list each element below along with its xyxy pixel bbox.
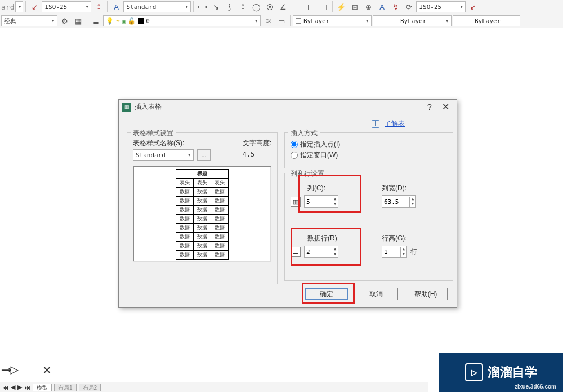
dim-icon[interactable]: ↙ xyxy=(28,1,41,13)
learn-more-link[interactable]: 了解表 xyxy=(385,119,405,127)
cols-input[interactable]: ▲▼ xyxy=(304,195,338,208)
insert-method-group: 插入方式 指定插入点(I) 指定窗口(W) xyxy=(284,132,453,168)
tab-model[interactable]: 模型 xyxy=(33,384,52,391)
leader-icon[interactable]: ⚡ xyxy=(335,1,347,13)
dim-quick-icon[interactable]: ⎓ xyxy=(291,1,303,13)
toolbar-row-1: ard ▾ ↙ ISO-25▾ ⟟ A Standard▾ ⟷ ↘ ⟆ ⟟ ◯ … xyxy=(0,0,563,14)
text-icon[interactable]: A xyxy=(110,1,122,13)
layer-swatch xyxy=(138,18,144,24)
dim-edit-icon[interactable]: A xyxy=(376,1,388,13)
tab-first-icon[interactable]: ⏮ xyxy=(2,384,8,391)
linetype-select[interactable]: ByLayer▾ xyxy=(373,15,452,26)
tolerance-icon[interactable]: ⊞ xyxy=(348,1,361,13)
colw-label: 列宽(D): xyxy=(382,184,416,193)
dim-base-icon[interactable]: ⊢ xyxy=(304,1,316,13)
style-group: 表格样式设置 表格样式名称(S): Standard▾ ... 文字高度: 4.… xyxy=(127,132,278,284)
dim-linear-icon[interactable]: ⟷ xyxy=(196,1,208,13)
style-name-select[interactable]: Standard▾ xyxy=(133,149,194,161)
textstyle-select[interactable]: Standard▾ xyxy=(123,1,191,12)
dimstyle-select[interactable]: ISO-25▾ xyxy=(42,1,91,12)
color-swatch xyxy=(296,18,301,24)
insert-method-label: 插入方式 xyxy=(288,128,320,138)
col-row-group-label: 列和行设置 xyxy=(288,169,327,179)
rowh-input[interactable]: ▲▼ xyxy=(382,246,407,258)
play-icon: ▷ xyxy=(465,363,483,381)
dim-aligned-icon[interactable]: ↘ xyxy=(209,1,222,13)
spin-down[interactable]: ▼ xyxy=(332,202,338,207)
ws-toolbar-icon[interactable]: ▦ xyxy=(72,15,84,27)
rowh-suffix: 行 xyxy=(410,247,417,257)
line-sample xyxy=(376,21,398,21)
sun-icon: ☀ xyxy=(116,17,120,25)
freeze-icon: ▣ xyxy=(122,17,126,25)
tab-layout1[interactable]: 布局1 xyxy=(54,384,77,391)
close-icon[interactable]: ✕ xyxy=(437,101,453,112)
ws-settings-icon[interactable]: ⚙ xyxy=(59,15,71,27)
style-manage-button[interactable]: ... xyxy=(197,149,211,161)
status-bar: ⏮ ◀ ▶ ⏭ 模型 布局1 布局2 xyxy=(0,382,428,392)
dim-tool[interactable]: ⟟ xyxy=(92,1,105,13)
style-name-label: 表格样式名称(S): xyxy=(133,139,231,148)
cols-label: 列(C): xyxy=(307,184,364,193)
dim-dia-icon[interactable]: ⦿ xyxy=(263,1,276,13)
light-on-icon: 💡 xyxy=(106,17,114,25)
insert-table-dialog: ▦ 插入表格 ? ✕ i 了解表 表格样式设置 表格样式名称(S): Stand… xyxy=(118,99,457,308)
ok-button[interactable]: 确定 xyxy=(305,288,348,300)
text-height-label: 文字高度: xyxy=(243,139,271,148)
watermark: ▷ 溜溜自学 zixue.3d66.com xyxy=(439,353,563,392)
dim-override-icon[interactable]: ↙ xyxy=(467,1,479,13)
dialog-titlebar: ▦ 插入表格 ? ✕ xyxy=(119,100,457,114)
tab-prev-icon[interactable]: ◀ xyxy=(11,384,15,391)
center-icon[interactable]: ⊕ xyxy=(362,1,374,13)
tab-layout2[interactable]: 布局2 xyxy=(79,384,101,391)
colw-input[interactable]: ▲▼ xyxy=(382,195,416,208)
dim-arc-icon[interactable]: ⟆ xyxy=(223,1,235,13)
layer-manager-icon[interactable]: ≣ xyxy=(90,15,102,27)
app-icon: ▦ xyxy=(122,103,131,112)
style-group-label: 表格样式设置 xyxy=(131,128,176,138)
dialog-title-text: 插入表格 xyxy=(135,102,162,112)
lw-sample xyxy=(455,21,472,21)
radio-insert-point[interactable] xyxy=(291,141,298,148)
spin-up[interactable]: ▲ xyxy=(332,197,338,202)
preview-title: 标题 xyxy=(176,169,229,178)
partial-label: ard xyxy=(1,1,14,13)
dd1[interactable]: ▾ xyxy=(15,1,23,12)
dimstyle-select-2[interactable]: ISO-25▾ xyxy=(416,1,466,12)
columns-icon: ▥ xyxy=(291,197,301,207)
col-row-group: 列和行设置 列(C): ▥ ▲▼ 列宽(D): ▲▼ xyxy=(284,173,453,281)
layer-states-icon[interactable]: ≋ xyxy=(262,15,274,27)
lock-icon: 🔓 xyxy=(128,17,136,25)
style-preview: 标题 表头表头表头 数据数据数据 数据数据数据 数据数据数据 数据数据数据 数据… xyxy=(133,166,271,262)
tab-last-icon[interactable]: ⏭ xyxy=(24,384,30,391)
help-icon[interactable]: ? xyxy=(422,103,437,112)
lineweight-select[interactable]: ByLayer xyxy=(453,15,520,26)
color-select[interactable]: ByLayer▾ xyxy=(293,15,372,26)
command-area[interactable]: ⟶▷ ✕ xyxy=(0,355,428,377)
rows-input[interactable]: ▲▼ xyxy=(304,246,338,258)
workspace-select[interactable]: 经典▾ xyxy=(1,15,57,26)
tab-next-icon[interactable]: ▶ xyxy=(17,384,22,391)
cancel-button[interactable]: 取消 xyxy=(354,288,398,300)
cursor-arrow: ⟶▷ ✕ xyxy=(2,362,51,377)
dim-tedit-icon[interactable]: ↯ xyxy=(389,1,401,13)
info-icon: i xyxy=(372,120,379,128)
layer-iso-icon[interactable]: ▭ xyxy=(275,15,288,27)
dim-ord-icon[interactable]: ⟟ xyxy=(236,1,249,13)
rows-icon: ☰ xyxy=(291,247,301,257)
watermark-text: 溜溜自学 xyxy=(488,364,537,381)
radio-window[interactable] xyxy=(291,152,298,159)
dim-angle-icon[interactable]: ∠ xyxy=(277,1,289,13)
rowh-label: 行高(G): xyxy=(382,234,417,243)
text-height-value: 4.5 xyxy=(243,150,271,158)
rows-label: 数据行(R): xyxy=(307,234,364,243)
dim-radius-icon[interactable]: ◯ xyxy=(250,1,262,13)
toolbar-row-2: 经典▾ ⚙ ▦ ≣ 💡 ☀ ▣ 🔓 0 ▾ ≋ ▭ ByLayer▾ ByLay… xyxy=(0,14,563,28)
dim-update-icon[interactable]: ⟳ xyxy=(403,1,415,13)
dim-cont-icon[interactable]: ⊣ xyxy=(318,1,330,13)
layer-select[interactable]: 💡 ☀ ▣ 🔓 0 ▾ xyxy=(103,15,261,26)
watermark-url: zixue.3d66.com xyxy=(515,384,556,390)
help-button[interactable]: 帮助(H) xyxy=(404,288,448,300)
